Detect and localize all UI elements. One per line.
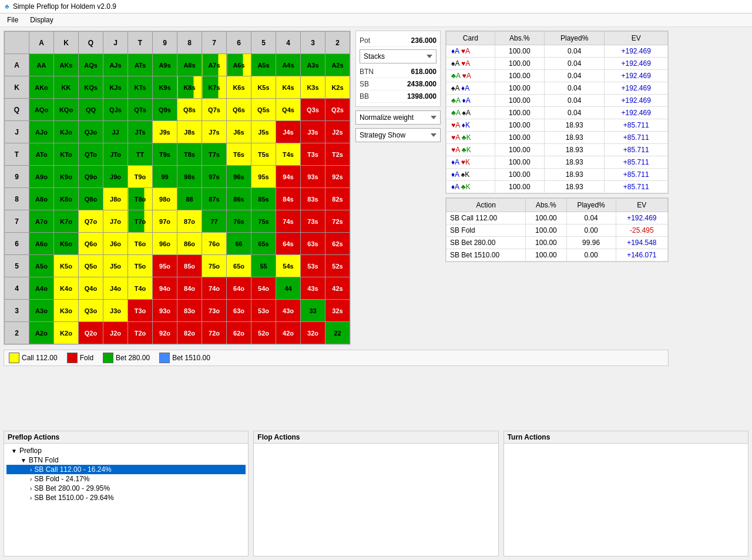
grid-cell-Q6o[interactable]: Q6o (79, 233, 103, 255)
grid-cell-J4s[interactable]: J4s (276, 121, 301, 143)
grid-cell-T8s[interactable]: T8s (177, 143, 202, 166)
grid-cell-55[interactable]: 55 (251, 255, 276, 277)
grid-cell-65s[interactable]: 65s (251, 233, 276, 255)
grid-cell-A5s[interactable]: A5s (251, 54, 276, 76)
grid-cell-86o[interactable]: 86o (177, 233, 202, 255)
grid-cell-KTo[interactable]: KTo (54, 143, 79, 166)
grid-cell-Q8o[interactable]: Q8o (79, 188, 103, 210)
grid-cell-42s[interactable]: 42s (325, 277, 350, 300)
grid-cell-52o[interactable]: 52o (251, 322, 276, 344)
grid-cell-A6s[interactable]: A6s (227, 54, 251, 76)
grid-cell-84s[interactable]: 84s (276, 188, 301, 210)
preflop-tree[interactable]: ▼ Preflop▼ BTN Fold› SB Call 112.00 - 16… (4, 444, 248, 556)
grid-cell-T3s[interactable]: T3s (301, 143, 325, 166)
grid-cell-Q4o[interactable]: Q4o (79, 277, 103, 300)
grid-cell-K9s[interactable]: K9s (153, 76, 177, 99)
grid-cell-JTs[interactable]: JTs (128, 121, 153, 143)
grid-cell-A3s[interactable]: A3s (301, 54, 325, 76)
tree-item-1[interactable]: ▼ BTN Fold (6, 455, 246, 465)
grid-cell-Q8s[interactable]: Q8s (177, 99, 202, 121)
grid-cell-92s[interactable]: 92s (325, 166, 350, 188)
grid-cell-T5o[interactable]: T5o (128, 255, 153, 277)
grid-cell-KQs[interactable]: KQs (79, 76, 103, 99)
grid-cell-Q6s[interactable]: Q6s (227, 99, 251, 121)
grid-cell-ATs[interactable]: ATs (128, 54, 153, 76)
grid-cell-Q4s[interactable]: Q4s (276, 99, 301, 121)
grid-cell-J5s[interactable]: J5s (251, 121, 276, 143)
grid-cell-98o[interactable]: 98o (153, 188, 177, 210)
grid-cell-T6o[interactable]: T6o (128, 233, 153, 255)
grid-cell-A5o[interactable]: A5o (29, 255, 54, 277)
grid-cell-T9o[interactable]: T9o (128, 166, 153, 188)
grid-cell-A2s[interactable]: A2s (325, 54, 350, 76)
menu-file[interactable]: File (2, 15, 23, 25)
grid-cell-AQs[interactable]: AQs (79, 54, 103, 76)
grid-cell-K6s[interactable]: K6s (227, 76, 251, 99)
grid-cell-32s[interactable]: 32s (325, 300, 350, 322)
grid-cell-AQo[interactable]: AQo (29, 99, 54, 121)
grid-cell-AKs[interactable]: AKs (54, 54, 79, 76)
grid-cell-A6o[interactable]: A6o (29, 233, 54, 255)
grid-cell-T6s[interactable]: T6s (227, 143, 251, 166)
grid-cell-J8s[interactable]: J8s (177, 121, 202, 143)
grid-cell-97s[interactable]: 97s (202, 166, 227, 188)
grid-cell-ATo[interactable]: ATo (29, 143, 54, 166)
grid-cell-AKo[interactable]: AKo (29, 76, 54, 99)
grid-cell-42o[interactable]: 42o (276, 322, 301, 344)
grid-cell-62s[interactable]: 62s (325, 233, 350, 255)
grid-cell-J6s[interactable]: J6s (227, 121, 251, 143)
grid-cell-K9o[interactable]: K9o (54, 166, 79, 188)
grid-cell-43o[interactable]: 43o (276, 300, 301, 322)
grid-cell-Q2s[interactable]: Q2s (325, 99, 350, 121)
grid-cell-87s[interactable]: 87s (202, 188, 227, 210)
grid-cell-QJo[interactable]: QJo (79, 121, 103, 143)
grid-cell-AJs[interactable]: AJs (103, 54, 128, 76)
grid-cell-QQ[interactable]: QQ (79, 99, 103, 121)
grid-cell-63s[interactable]: 63s (301, 233, 325, 255)
grid-cell-KTs[interactable]: KTs (128, 76, 153, 99)
grid-cell-K4o[interactable]: K4o (54, 277, 79, 300)
grid-cell-87o[interactable]: 87o (177, 210, 202, 233)
grid-cell-A8s[interactable]: A8s (177, 54, 202, 76)
grid-cell-Q5o[interactable]: Q5o (79, 255, 103, 277)
grid-cell-72o[interactable]: 72o (202, 322, 227, 344)
tree-item-5[interactable]: › SB Bet 1510.00 - 29.64% (6, 493, 246, 502)
grid-cell-75o[interactable]: 75o (202, 255, 227, 277)
grid-cell-K2o[interactable]: K2o (54, 322, 79, 344)
grid-cell-J2s[interactable]: J2s (325, 121, 350, 143)
grid-cell-Q5s[interactable]: Q5s (251, 99, 276, 121)
grid-cell-74o[interactable]: 74o (202, 277, 227, 300)
grid-cell-K3s[interactable]: K3s (301, 76, 325, 99)
grid-cell-83o[interactable]: 83o (177, 300, 202, 322)
grid-cell-77[interactable]: 77 (202, 210, 227, 233)
grid-cell-75s[interactable]: 75s (251, 210, 276, 233)
grid-cell-94s[interactable]: 94s (276, 166, 301, 188)
normalize-weight-dropdown[interactable]: Normalize weight (355, 110, 441, 125)
grid-cell-93s[interactable]: 93s (301, 166, 325, 188)
grid-cell-76s[interactable]: 76s (227, 210, 251, 233)
grid-cell-T5s[interactable]: T5s (251, 143, 276, 166)
grid-cell-54o[interactable]: 54o (251, 277, 276, 300)
grid-cell-72s[interactable]: 72s (325, 210, 350, 233)
grid-cell-Q9o[interactable]: Q9o (79, 166, 103, 188)
grid-cell-K6o[interactable]: K6o (54, 233, 79, 255)
grid-cell-76o[interactable]: 76o (202, 233, 227, 255)
tree-item-4[interactable]: › SB Bet 280.00 - 29.95% (6, 484, 246, 493)
grid-cell-22[interactable]: 22 (325, 322, 350, 344)
grid-cell-JJ[interactable]: JJ (103, 121, 128, 143)
grid-cell-KK[interactable]: KK (54, 76, 79, 99)
grid-cell-K7s[interactable]: K7s (202, 76, 227, 99)
grid-cell-73o[interactable]: 73o (202, 300, 227, 322)
grid-cell-J3s[interactable]: J3s (301, 121, 325, 143)
grid-cell-53s[interactable]: 53s (301, 255, 325, 277)
grid-cell-54s[interactable]: 54s (276, 255, 301, 277)
grid-cell-63o[interactable]: 63o (227, 300, 251, 322)
grid-cell-T2o[interactable]: T2o (128, 322, 153, 344)
grid-cell-A2o[interactable]: A2o (29, 322, 54, 344)
grid-cell-K2s[interactable]: K2s (325, 76, 350, 99)
grid-cell-K8s[interactable]: K8s (177, 76, 202, 99)
grid-cell-J7o[interactable]: J7o (103, 210, 128, 233)
grid-cell-KJs[interactable]: KJs (103, 76, 128, 99)
grid-cell-Q9s[interactable]: Q9s (153, 99, 177, 121)
grid-cell-A8o[interactable]: A8o (29, 188, 54, 210)
